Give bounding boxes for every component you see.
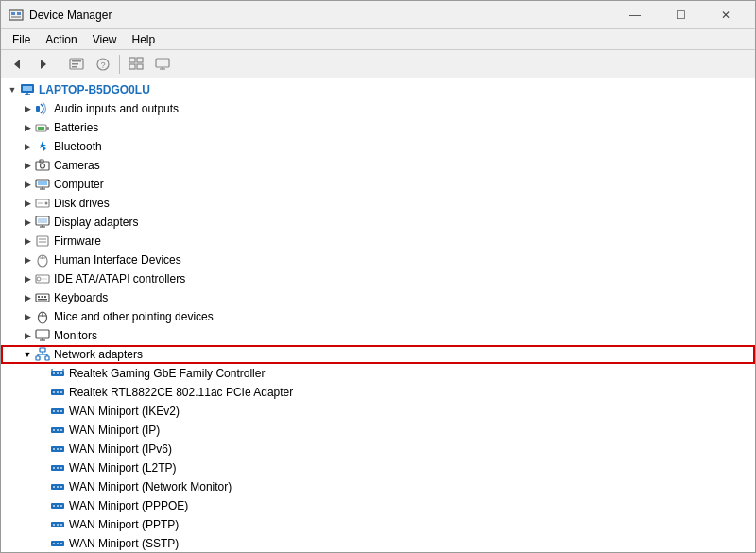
bluetooth-icon [35, 139, 50, 154]
menu-view[interactable]: View [85, 31, 125, 48]
tree-network-child-0[interactable]: Realtek Gaming GbE Family Controller [1, 364, 755, 383]
net-child-label-4: WAN Miniport (IPv6) [69, 442, 172, 456]
keyboards-icon [35, 290, 50, 305]
batteries-icon [35, 120, 50, 135]
ide-expand: ▶ [20, 271, 35, 286]
close-button[interactable]: ✕ [704, 1, 747, 29]
disk-expand: ▶ [20, 196, 35, 211]
net-child-label-0: Realtek Gaming GbE Family Controller [69, 367, 265, 380]
svg-rect-3 [11, 16, 21, 18]
tree-cameras[interactable]: ▶ Cameras [1, 156, 755, 175]
tree-monitors[interactable]: ▶ Monitors [1, 326, 755, 345]
tree-network-child-1[interactable]: Realtek RTL8822CE 802.11ac PCIe Adapter [1, 383, 755, 402]
tree-network[interactable]: ▼ Network adapters [1, 345, 755, 364]
svg-rect-8 [72, 63, 78, 65]
audio-label: Audio inputs and outputs [54, 102, 179, 115]
display-expand: ▶ [20, 215, 35, 230]
tree-network-child-3[interactable]: WAN Miniport (IP) [1, 421, 755, 440]
minimize-button[interactable]: — [613, 1, 657, 29]
hid-icon [35, 252, 50, 268]
tree-audio[interactable]: ▶ Audio inputs and outputs [1, 99, 755, 118]
tree-bluetooth[interactable]: ▶ Bluetooth [1, 137, 755, 156]
tree-ide[interactable]: ▶ IDE ATA/ATAPI controllers [1, 269, 755, 288]
svg-rect-63 [45, 356, 49, 360]
svg-rect-20 [23, 86, 32, 91]
net-child-label-6: WAN Miniport (Network Monitor) [69, 480, 232, 493]
svg-marker-4 [14, 60, 20, 69]
computer-icon2 [35, 177, 50, 192]
computer-icon [20, 82, 35, 97]
tree-network-child-7[interactable]: WAN Miniport (PPPOE) [1, 496, 755, 515]
device-tree[interactable]: ▼ LAPTOP-B5DGO0LU ▶ [1, 78, 755, 552]
cameras-icon [35, 158, 50, 173]
tree-batteries[interactable]: ▶ Batteries [1, 118, 755, 137]
tree-display[interactable]: ▶ Display adapters [1, 213, 755, 232]
svg-rect-7 [72, 60, 81, 62]
net-adapter-icon-0 [50, 366, 65, 381]
svg-rect-2 [17, 12, 21, 15]
svg-rect-61 [40, 348, 45, 352]
network-label: Network adapters [54, 348, 143, 361]
batteries-label: Batteries [54, 121, 98, 134]
tree-disk[interactable]: ▶ Disk drives [1, 194, 755, 213]
toolbar-back[interactable] [5, 53, 29, 76]
tree-network-child-8[interactable]: WAN Miniport (PPTP) [1, 515, 755, 534]
svg-rect-16 [156, 59, 169, 67]
hid-expand: ▶ [20, 252, 35, 268]
tree-keyboards[interactable]: ▶ Keyboards [1, 288, 755, 307]
computer-label: Computer [54, 178, 104, 191]
tree-computer[interactable]: ▶ Computer [1, 175, 755, 194]
tree-network-child-2[interactable]: WAN Miniport (IKEv2) [1, 402, 755, 421]
toolbar-sep-2 [119, 55, 120, 74]
net-adapter-icon-8 [50, 517, 65, 532]
svg-rect-25 [38, 127, 44, 130]
menu-action[interactable]: Action [38, 31, 84, 48]
toolbar-grid[interactable] [124, 53, 148, 76]
computer-expand: ▶ [20, 177, 35, 192]
ide-label: IDE ATA/ATAPI controllers [54, 272, 185, 285]
bluetooth-expand: ▶ [20, 139, 35, 154]
toolbar-monitor[interactable] [150, 53, 175, 76]
svg-rect-51 [38, 296, 40, 298]
ide-icon [35, 271, 50, 286]
tree-root[interactable]: ▼ LAPTOP-B5DGO0LU [1, 80, 755, 99]
svg-rect-12 [129, 58, 135, 62]
keyboards-expand: ▶ [20, 290, 35, 305]
device-manager-window: Device Manager — ☐ ✕ File Action View He… [0, 0, 756, 553]
net-child-label-5: WAN Miniport (L2TP) [69, 461, 177, 475]
svg-rect-26 [46, 127, 49, 130]
tree-network-child-5[interactable]: WAN Miniport (L2TP) [1, 458, 755, 477]
batteries-expand: ▶ [20, 120, 35, 135]
menu-help[interactable]: Help [125, 31, 163, 48]
toolbar-help[interactable]: ? [91, 53, 115, 76]
tree-network-child-4[interactable]: WAN Miniport (IPv6) [1, 440, 755, 458]
toolbar-properties[interactable] [64, 53, 89, 76]
svg-rect-31 [38, 181, 47, 185]
main-content: ▼ LAPTOP-B5DGO0LU ▶ [1, 78, 755, 552]
svg-rect-13 [137, 58, 143, 62]
firmware-expand: ▶ [20, 233, 35, 249]
monitors-icon [35, 328, 50, 343]
net-adapter-icon-1 [50, 385, 65, 400]
svg-rect-9 [72, 66, 77, 68]
svg-text:?: ? [101, 60, 106, 70]
net-child-label-3: WAN Miniport (IP) [69, 423, 160, 437]
bluetooth-label: Bluetooth [54, 140, 102, 153]
monitors-label: Monitors [54, 329, 97, 342]
toolbar: ? [1, 50, 755, 78]
tree-network-child-6[interactable]: WAN Miniport (Network Monitor) [1, 477, 755, 496]
maximize-button[interactable]: ☐ [659, 1, 702, 29]
menu-file[interactable]: File [5, 31, 38, 48]
tree-hid[interactable]: ▶ Human Interface Devices [1, 251, 755, 269]
net-adapter-icon-3 [50, 423, 65, 438]
tree-firmware[interactable]: ▶ Firmware [1, 232, 755, 251]
keyboards-label: Keyboards [54, 291, 108, 304]
toolbar-forward[interactable] [31, 53, 56, 76]
net-adapter-icon-9 [50, 536, 65, 551]
firmware-icon [35, 233, 50, 249]
net-adapter-icon-5 [50, 460, 65, 475]
tree-mice[interactable]: ▶ Mice and other pointing devices [1, 307, 755, 326]
net-child-label-2: WAN Miniport (IKEv2) [69, 405, 180, 418]
tree-network-child-9[interactable]: WAN Miniport (SSTP) [1, 534, 755, 552]
svg-rect-23 [36, 106, 40, 112]
